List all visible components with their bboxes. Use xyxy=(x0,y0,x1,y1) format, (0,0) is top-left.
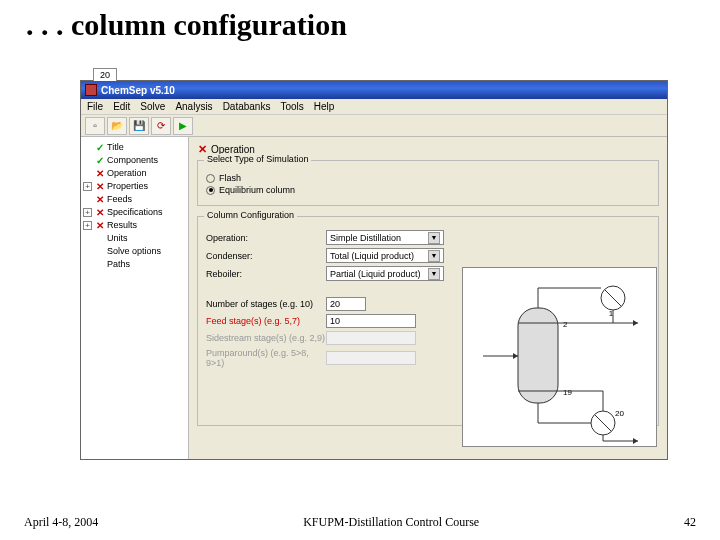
tree-item-operation[interactable]: ✕ Operation xyxy=(83,167,186,180)
pumparound-label: Pumparound(s) (e.g. 5>8, 9>1) xyxy=(206,348,326,368)
tree-item-units[interactable]: Units xyxy=(83,232,186,245)
menu-bar: File Edit Solve Analysis Databanks Tools… xyxy=(81,99,667,115)
group-legend: Column Configuration xyxy=(204,210,297,220)
menu-edit[interactable]: Edit xyxy=(113,101,130,112)
svg-marker-11 xyxy=(513,353,518,359)
tree-item-solve-options[interactable]: Solve options xyxy=(83,245,186,258)
expand-icon[interactable]: + xyxy=(83,221,92,230)
content-panel: ✕ Operation Select Type of Simulation Fl… xyxy=(189,137,667,459)
svg-line-8 xyxy=(595,415,611,431)
stage-bottom-label: 19 xyxy=(563,388,572,397)
chevron-down-icon: ▼ xyxy=(428,232,440,244)
open-file-button[interactable]: 📂 xyxy=(107,117,127,135)
menu-file[interactable]: File xyxy=(87,101,103,112)
feed-stage-label: Feed stage(s) (e.g. 5,7) xyxy=(206,316,326,326)
radio-icon xyxy=(206,174,215,183)
toolbar: ▫ 📂 💾 ⟳ ▶ xyxy=(81,115,667,137)
slide-title: . . . column configuration xyxy=(0,0,720,42)
sidestream-label: Sidestream stage(s) (e.g. 2,9) xyxy=(206,333,326,343)
slide-footer: April 4-8, 2004 KFUPM-Distillation Contr… xyxy=(0,515,720,530)
operation-select[interactable]: Simple Distillation▼ xyxy=(326,230,444,245)
condenser-select[interactable]: Total (Liquid product)▼ xyxy=(326,248,444,263)
stages-label: Number of stages (e.g. 10) xyxy=(206,299,326,309)
footer-course: KFUPM-Distillation Control Course xyxy=(303,515,479,530)
x-icon: ✕ xyxy=(95,167,105,180)
radio-flash[interactable]: Flash xyxy=(206,173,650,183)
expand-icon[interactable]: + xyxy=(83,208,92,217)
menu-solve[interactable]: Solve xyxy=(140,101,165,112)
chevron-down-icon: ▼ xyxy=(428,250,440,262)
x-icon: ✕ xyxy=(95,219,105,232)
footer-date: April 4-8, 2004 xyxy=(24,515,98,530)
tree-item-properties[interactable]: +✕ Properties xyxy=(83,180,186,193)
stages-input[interactable]: 20 xyxy=(326,297,366,311)
group-legend: Select Type of Simulation xyxy=(204,154,311,164)
svg-line-4 xyxy=(605,290,621,306)
x-icon: ✕ xyxy=(95,180,105,193)
operation-label: Operation: xyxy=(206,233,326,243)
feed-stage-input[interactable]: 10 xyxy=(326,314,416,328)
svg-marker-6 xyxy=(633,320,638,326)
x-icon: ✕ xyxy=(95,193,105,206)
save-button[interactable]: 💾 xyxy=(129,117,149,135)
tree-item-paths[interactable]: Paths xyxy=(83,258,186,271)
chevron-down-icon: ▼ xyxy=(428,268,440,280)
footer-page: 42 xyxy=(684,515,696,530)
radio-equilibrium[interactable]: Equilibrium column xyxy=(206,185,650,195)
menu-help[interactable]: Help xyxy=(314,101,335,112)
reboiler-label: Reboiler: xyxy=(206,269,326,279)
app-icon xyxy=(85,84,97,96)
new-file-button[interactable]: ▫ xyxy=(85,117,105,135)
worksheet-tab[interactable]: 20 xyxy=(93,68,117,81)
group-simulation-type: Select Type of Simulation Flash Equilibr… xyxy=(197,160,659,206)
tree-item-specifications[interactable]: +✕ Specifications xyxy=(83,206,186,219)
radio-icon xyxy=(206,186,215,195)
window-title: ChemSep v5.10 xyxy=(101,85,175,96)
tree-item-feeds[interactable]: ✕ Feeds xyxy=(83,193,186,206)
x-icon: ✕ xyxy=(95,206,105,219)
column-diagram: 2 19 1 20 xyxy=(462,267,657,447)
window-title-bar: ChemSep v5.10 xyxy=(81,81,667,99)
navigation-tree: ✓ Title ✓ Components ✕ Operation +✕ Prop… xyxy=(81,137,189,459)
menu-analysis[interactable]: Analysis xyxy=(175,101,212,112)
svg-rect-0 xyxy=(518,308,558,403)
svg-text:20: 20 xyxy=(615,409,624,418)
app-window: 20 ChemSep v5.10 File Edit Solve Analysi… xyxy=(80,80,668,460)
stage-top-label: 2 xyxy=(563,320,568,329)
condenser-label: Condenser: xyxy=(206,251,326,261)
reload-button[interactable]: ⟳ xyxy=(151,117,171,135)
check-icon: ✓ xyxy=(95,141,105,154)
reboiler-select[interactable]: Partial (Liquid product)▼ xyxy=(326,266,444,281)
sidestream-input xyxy=(326,331,416,345)
tree-item-title[interactable]: ✓ Title xyxy=(83,141,186,154)
pumparound-input xyxy=(326,351,416,365)
run-button[interactable]: ▶ xyxy=(173,117,193,135)
menu-tools[interactable]: Tools xyxy=(280,101,303,112)
check-icon: ✓ xyxy=(95,154,105,167)
tree-item-results[interactable]: +✕ Results xyxy=(83,219,186,232)
tree-item-components[interactable]: ✓ Components xyxy=(83,154,186,167)
svg-marker-10 xyxy=(633,438,638,444)
expand-icon[interactable]: + xyxy=(83,182,92,191)
menu-databanks[interactable]: Databanks xyxy=(223,101,271,112)
